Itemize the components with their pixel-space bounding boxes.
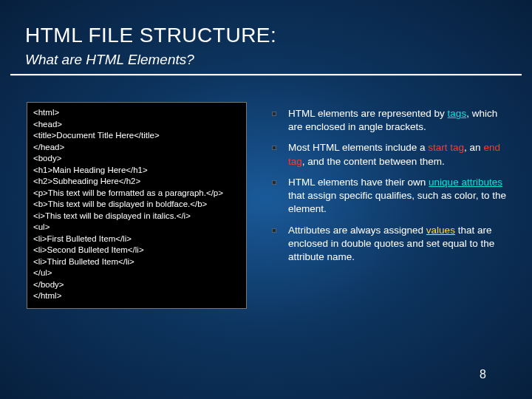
bullet-marker-icon: [272, 180, 276, 185]
highlight-tags: tags: [448, 108, 467, 119]
page-subtitle: What are HTML Elements?: [25, 52, 194, 68]
highlight-values: values: [426, 225, 455, 236]
bullet-item: HTML elements are represented by tags, w…: [272, 107, 508, 134]
code-line: <b>This text will be displayed in boldfa…: [33, 199, 240, 211]
bullet-item: HTML elements have their own unique attr…: [272, 176, 508, 216]
bullet-text: HTML elements are represented by tags, w…: [288, 107, 508, 134]
code-line: </ul>: [33, 267, 240, 279]
highlight-start-tag: start tag: [428, 142, 464, 153]
code-line: </head>: [33, 142, 240, 154]
slide: HTML FILE STRUCTURE: What are HTML Eleme…: [0, 0, 532, 399]
code-line: <h1>Main Heading Here</h1>: [33, 165, 240, 177]
code-line: <body>: [33, 153, 240, 165]
code-line: <i>This text will be displayed in italic…: [33, 211, 240, 222]
bullet-item: Most HTML elements include a start tag, …: [272, 141, 508, 168]
code-line: <p>This text will be formatted as a para…: [33, 188, 240, 200]
page-number: 8: [480, 368, 486, 381]
code-line: <head>: [33, 119, 240, 131]
code-line: <h2>Subheading Here</h2>: [33, 176, 240, 188]
bullet-text: Attributes are always assigned values th…: [288, 224, 508, 265]
bullet-marker-icon: [272, 146, 276, 150]
code-line: </html>: [33, 290, 240, 302]
bullet-text: HTML elements have their own unique attr…: [288, 176, 508, 216]
code-line: <li>First Bulleted Item</li>: [33, 233, 240, 245]
bullet-text: Most HTML elements include a start tag, …: [288, 141, 508, 168]
bullet-marker-icon: [272, 228, 276, 233]
code-line: <li>Second Bulleted Item</li>: [33, 245, 240, 256]
bullet-list: HTML elements are represented by tags, w…: [272, 107, 508, 271]
code-line: <html>: [33, 107, 240, 119]
bullet-item: Attributes are always assigned values th…: [272, 224, 508, 265]
bullet-marker-icon: [272, 112, 276, 116]
page-title: HTML FILE STRUCTURE:: [25, 24, 276, 47]
code-line: <ul>: [33, 222, 240, 233]
code-line: </body>: [33, 279, 240, 291]
highlight-attributes: unique attributes: [429, 177, 502, 188]
code-line: <title>Document Title Here</title>: [33, 130, 240, 142]
code-example-box: <html> <head> <title>Document Title Here…: [27, 102, 247, 309]
code-line: <li>Third Bulleted Item</li>: [33, 256, 240, 268]
title-underline: [10, 74, 522, 75]
